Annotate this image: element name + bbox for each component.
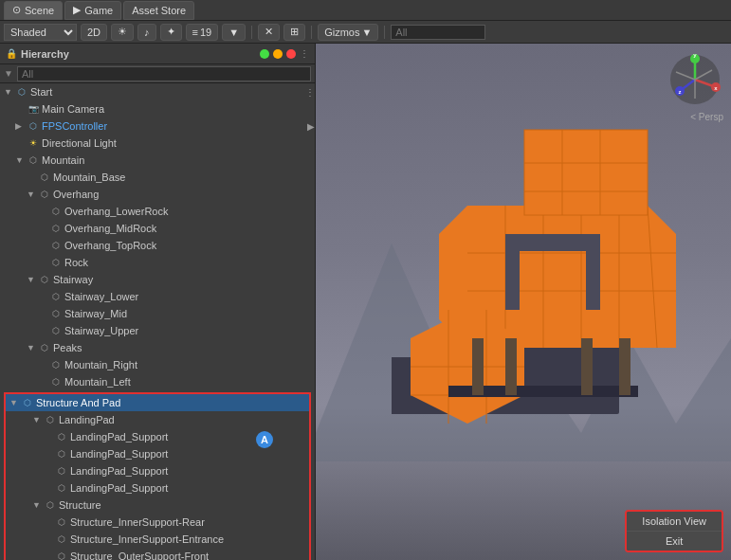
tab-asset-store[interactable]: Asset Store bbox=[123, 1, 194, 20]
icon-stairway: ⬡ bbox=[38, 273, 51, 286]
icon-structure-inner-entrance: ⬡ bbox=[55, 533, 68, 546]
view-button[interactable]: ⊞ bbox=[283, 24, 305, 41]
scene-view: y x z < Persp Isolation View Exit bbox=[316, 44, 731, 560]
icon-landing-pad: ⬡ bbox=[44, 413, 57, 426]
tree-item-directional-light[interactable]: ☀ Directional Light bbox=[0, 135, 315, 152]
icon-fps-controller: ⬡ bbox=[27, 119, 40, 133]
label-overhang-lowerrock: Overhang_LowerRock bbox=[64, 206, 168, 217]
layers-button[interactable]: ≡ 19 bbox=[186, 24, 219, 41]
dot-red bbox=[286, 49, 296, 59]
label-lp-support-3: LandingPad_Support bbox=[70, 465, 168, 477]
icon-structure-and-pad: ⬡ bbox=[21, 396, 34, 409]
shading-select[interactable]: Shaded Wireframe bbox=[4, 24, 77, 41]
svg-text:z: z bbox=[679, 89, 682, 95]
tree-item-mountain-base[interactable]: ⬡ Mountain_Base bbox=[0, 169, 315, 186]
tree-item-structure-outer-front[interactable]: ⬡ Structure_OuterSupport-Front bbox=[6, 548, 309, 560]
toolbar-separator-3 bbox=[384, 26, 385, 39]
transform-button[interactable]: ✕ bbox=[258, 24, 280, 41]
label-fps-controller: FPSController bbox=[42, 120, 107, 132]
audio-button[interactable]: ♪ bbox=[137, 24, 156, 41]
tree-item-structure-inner-entrance[interactable]: ⬡ Structure_InnerSupport-Entrance bbox=[6, 531, 309, 548]
exit-button[interactable]: Exit bbox=[627, 532, 722, 551]
label-directional-light: Directional Light bbox=[42, 137, 117, 149]
icon-mountain-left: ⬡ bbox=[49, 375, 63, 388]
icon-mountain-base: ⬡ bbox=[38, 171, 51, 184]
label-start: Start bbox=[30, 86, 52, 98]
arrow-structure-and-pad: ▼ bbox=[9, 398, 21, 407]
arrow-fps-controller: ▶ bbox=[15, 121, 27, 131]
label-stairway-mid: Stairway_Mid bbox=[64, 308, 127, 319]
arrow-peaks: ▼ bbox=[27, 343, 38, 352]
tree-item-stairway-lower[interactable]: ⬡ Stairway_Lower bbox=[0, 288, 315, 305]
dot-orange bbox=[273, 49, 283, 59]
badge-a: A bbox=[256, 431, 273, 448]
icon-lp-support-2: ⬡ bbox=[55, 447, 68, 461]
gizmo-widget[interactable]: y x z bbox=[667, 51, 723, 108]
toolbar-separator bbox=[251, 26, 252, 39]
start-menu[interactable]: ⋮ bbox=[305, 87, 315, 98]
tree-item-mountain-left[interactable]: ⬡ Mountain_Left bbox=[0, 373, 315, 390]
svg-rect-28 bbox=[581, 338, 593, 395]
hierarchy-header: 🔒 Hierarchy ⋮ bbox=[0, 44, 315, 64]
hierarchy-search-input[interactable] bbox=[17, 66, 311, 81]
tree-item-overhang-lowerrock[interactable]: ⬡ Overhang_LowerRock bbox=[0, 203, 315, 220]
scene-tab-label: Scene bbox=[25, 5, 54, 16]
tree-item-structure-and-pad[interactable]: ▼ ⬡ Structure And Pad bbox=[6, 394, 309, 411]
hierarchy-tree: ▼ ⬡ Start ⋮ 📷 Main Camera ▶ ⬡ FPSControl… bbox=[0, 83, 315, 560]
svg-rect-26 bbox=[472, 338, 484, 395]
audio-icon: ♪ bbox=[144, 27, 150, 38]
gizmos-label: Gizmos bbox=[324, 27, 359, 38]
tree-item-main-camera[interactable]: 📷 Main Camera bbox=[0, 100, 315, 117]
icon-structure-outer-front: ⬡ bbox=[55, 550, 68, 560]
tree-item-fps-controller[interactable]: ▶ ⬡ FPSController ▶ bbox=[0, 117, 315, 135]
tree-item-mountain[interactable]: ▼ ⬡ Mountain bbox=[0, 152, 315, 169]
isolation-view-button[interactable]: Isolation View bbox=[627, 512, 722, 531]
label-lp-support-4: LandingPad_Support bbox=[70, 482, 168, 494]
transform-icon: ✕ bbox=[265, 26, 273, 38]
hierarchy-options-button[interactable]: ⋮ bbox=[300, 48, 309, 59]
tab-scene[interactable]: ⊙ Scene bbox=[4, 1, 63, 20]
tree-item-structure-inner-rear[interactable]: ⬡ Structure_InnerSupport-Rear bbox=[6, 514, 309, 531]
label-structure-outer-front: Structure_OuterSupport-Front bbox=[70, 551, 209, 560]
icon-overhang-toprock: ⬡ bbox=[49, 239, 63, 252]
tree-item-overhang[interactable]: ▼ ⬡ Overhang bbox=[0, 186, 315, 203]
icon-peaks: ⬡ bbox=[38, 341, 51, 354]
scene-search-input[interactable] bbox=[391, 25, 485, 40]
arrow-structure: ▼ bbox=[32, 500, 44, 510]
lighting-button[interactable]: ☀ bbox=[111, 24, 134, 41]
tree-item-mountain-right[interactable]: ⬡ Mountain_Right bbox=[0, 356, 315, 373]
layers-icon: ≡ bbox=[192, 27, 198, 38]
svg-rect-29 bbox=[619, 338, 630, 395]
arrow-landing-pad: ▼ bbox=[32, 415, 44, 425]
tree-item-rock[interactable]: ⬡ Rock bbox=[0, 254, 315, 271]
more-button[interactable]: ▼ bbox=[222, 24, 246, 41]
hierarchy-search-icon: ▼ bbox=[4, 68, 13, 79]
tab-game[interactable]: ▶ Game bbox=[64, 1, 121, 20]
label-overhang-toprock: Overhang_TopRock bbox=[64, 240, 156, 251]
gizmos-button[interactable]: Gizmos ▼ bbox=[318, 24, 378, 41]
view-icon: ⊞ bbox=[290, 26, 299, 38]
effects-button[interactable]: ✦ bbox=[160, 24, 182, 41]
fps-expand[interactable]: ▶ bbox=[307, 121, 315, 132]
tree-item-landing-pad[interactable]: ▼ ⬡ LandingPad bbox=[6, 411, 309, 428]
2d-button[interactable]: 2D bbox=[81, 24, 107, 41]
label-lp-support-1: LandingPad_Support bbox=[70, 431, 168, 443]
tree-item-stairway-mid[interactable]: ⬡ Stairway_Mid bbox=[0, 305, 315, 322]
tree-item-structure[interactable]: ▼ ⬡ Structure bbox=[6, 497, 309, 514]
svg-rect-27 bbox=[505, 338, 517, 395]
tree-item-peaks[interactable]: ▼ ⬡ Peaks bbox=[0, 339, 315, 356]
icon-main-camera: 📷 bbox=[27, 102, 40, 116]
tree-item-start[interactable]: ▼ ⬡ Start ⋮ bbox=[0, 83, 315, 100]
label-structure-inner-entrance: Structure_InnerSupport-Entrance bbox=[70, 533, 224, 545]
icon-stairway-lower: ⬡ bbox=[49, 290, 63, 303]
tree-item-overhang-toprock[interactable]: ⬡ Overhang_TopRock bbox=[0, 237, 315, 254]
icon-mountain: ⬡ bbox=[27, 154, 40, 167]
hierarchy-lock-icon: 🔒 bbox=[6, 48, 17, 59]
tree-item-stairway[interactable]: ▼ ⬡ Stairway bbox=[0, 271, 315, 288]
label-stairway-lower: Stairway_Lower bbox=[64, 291, 138, 302]
tree-item-stairway-upper[interactable]: ⬡ Stairway_Upper bbox=[0, 322, 315, 339]
tree-item-lp-support-3[interactable]: ⬡ LandingPad_Support bbox=[6, 462, 309, 479]
tree-item-lp-support-4[interactable]: ⬡ LandingPad_Support bbox=[6, 479, 309, 497]
icon-stairway-mid: ⬡ bbox=[49, 307, 63, 320]
tree-item-overhang-midrock[interactable]: ⬡ Overhang_MidRock bbox=[0, 220, 315, 237]
